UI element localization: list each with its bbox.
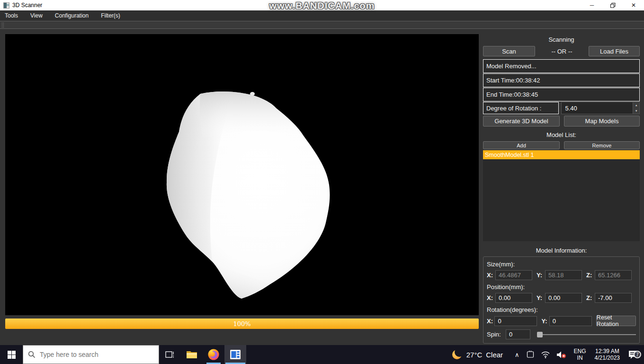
wifi-icon [541, 351, 550, 358]
firefox-button[interactable] [203, 345, 224, 364]
restore-button[interactable] [602, 0, 623, 10]
spin-slider-thumb[interactable] [537, 332, 543, 337]
bandicam-watermark: www.BANDICAM.com [269, 0, 375, 11]
notification-badge: 7 [634, 351, 641, 358]
weather-condition: Clear [486, 351, 503, 359]
taskbar-search[interactable] [23, 345, 159, 364]
model-top-nub [250, 92, 255, 96]
tablet-mode-button[interactable] [523, 351, 538, 358]
chevron-up-icon: ∧ [515, 351, 519, 358]
end-time: End Time:00:38:45 [483, 88, 640, 101]
toolbar-grip-icon[interactable] [1, 22, 4, 27]
spin-slider[interactable] [537, 331, 636, 338]
rotation-y-label: Y: [541, 318, 549, 325]
position-row: X: Y: Z: [487, 293, 636, 303]
rotation-y-field[interactable] [549, 316, 592, 326]
spinner-down-icon[interactable]: ▼ [633, 108, 639, 114]
weather-widget[interactable]: 27°C Clear [451, 349, 511, 360]
position-label: Position(mm): [487, 283, 636, 291]
map-models-button[interactable]: Map Models [564, 116, 640, 127]
position-z-field[interactable] [595, 293, 632, 303]
size-y-field [545, 270, 582, 280]
spin-row: Spin: [487, 329, 636, 339]
model-list-actions: Add Remove [483, 141, 640, 149]
size-x-field [495, 270, 532, 280]
windows-logo-icon [8, 351, 16, 359]
file-explorer-icon [186, 350, 197, 359]
search-input[interactable] [40, 351, 144, 358]
control-panel: Scanning Scan -- OR -- Load Files Model … [483, 35, 640, 344]
scanned-model [5, 34, 479, 315]
network-button[interactable] [538, 351, 553, 358]
language-indicator[interactable]: ENG IN [570, 348, 590, 361]
position-y-field[interactable] [545, 293, 582, 303]
or-label: -- OR -- [535, 48, 589, 55]
menu-filters[interactable]: Filter(s) [95, 10, 126, 21]
model-information-header: Model Information: [483, 247, 640, 256]
model-information-group: Size(mm): X: Y: Z: Position(mm): X: Y: Z… [483, 256, 640, 344]
weather-temp: 27°C [466, 351, 483, 359]
search-icon [28, 351, 36, 358]
clock-time: 12:39 AM [595, 348, 620, 355]
status-message: Model Removed... [483, 59, 640, 73]
size-x-label: X: [487, 272, 495, 279]
degree-of-rotation-row: Degree of Rotation : 5.40 ▲ ▼ [483, 102, 640, 114]
screen: 3D Scanner ─ ✕ www.BANDICAM.com Tools Vi… [0, 0, 644, 364]
degree-of-rotation-label: Degree of Rotation : [483, 102, 559, 114]
scanning-header: Scanning [483, 35, 640, 46]
minimize-icon: ─ [590, 2, 594, 9]
clock[interactable]: 12:39 AM 4/21/2023 [590, 348, 624, 361]
minimize-button[interactable]: ─ [581, 0, 602, 10]
model-list-item[interactable]: SmoothModel.stl 1 [483, 150, 640, 159]
model-list: SmoothModel.stl 1 [483, 150, 640, 241]
size-z-field [595, 270, 632, 280]
remove-button[interactable]: Remove [564, 141, 640, 149]
rotation-x-label: X: [487, 318, 494, 325]
size-label: Size(mm): [487, 261, 636, 268]
language-line2: IN [574, 355, 586, 361]
degree-of-rotation-value[interactable]: 5.40 [561, 102, 634, 114]
generate-3d-model-button[interactable]: Generate 3D Model [483, 116, 560, 127]
task-view-button[interactable] [159, 345, 181, 364]
size-row: X: Y: Z: [487, 270, 636, 280]
start-button[interactable] [0, 345, 23, 364]
scanner-app-button[interactable] [224, 345, 246, 364]
spinner-up-icon[interactable]: ▲ [633, 102, 639, 108]
model-list-header: Model List: [483, 131, 640, 141]
show-hidden-icons-button[interactable]: ∧ [511, 351, 523, 358]
menu-configuration[interactable]: Configuration [49, 10, 95, 21]
degree-spinner: ▲ ▼ [633, 102, 640, 114]
progress-value: 100% [233, 320, 250, 328]
menu-tools[interactable]: Tools [0, 10, 24, 21]
scan-button[interactable]: Scan [483, 46, 535, 56]
speaker-muted-icon [556, 351, 566, 359]
app-icon [3, 2, 9, 9]
spin-slider-track [537, 334, 636, 335]
load-files-button[interactable]: Load Files [589, 46, 640, 56]
position-x-field[interactable] [495, 293, 532, 303]
add-button[interactable]: Add [483, 141, 560, 149]
volume-button[interactable] [553, 351, 570, 359]
close-icon: ✕ [631, 2, 636, 9]
menu-view[interactable]: View [24, 10, 49, 21]
language-line1: ENG [574, 348, 586, 355]
rotation-x-field[interactable] [494, 316, 537, 326]
position-x-label: X: [487, 294, 495, 301]
system-tray: 27°C Clear ∧ [451, 345, 644, 364]
3d-viewport[interactable] [5, 34, 479, 315]
window-title: 3D Scanner [12, 2, 42, 9]
reset-rotation-button[interactable]: Reset Rotation [596, 316, 636, 326]
spin-field[interactable] [506, 329, 530, 339]
restore-icon [610, 3, 616, 8]
taskbar: 27°C Clear ∧ [0, 345, 644, 364]
rotation-label: Rotation(degrees): [487, 306, 636, 313]
close-button[interactable]: ✕ [623, 0, 644, 10]
clock-date: 4/21/2023 [595, 355, 620, 361]
tablet-icon [526, 351, 535, 358]
action-center-button[interactable]: 7 [624, 350, 644, 359]
menu-bar: Tools View Configuration Filter(s) [0, 10, 644, 21]
scanner-app-icon [230, 349, 241, 360]
file-explorer-button[interactable] [181, 345, 203, 364]
size-z-label: Z: [586, 272, 595, 279]
task-view-icon [165, 350, 175, 359]
